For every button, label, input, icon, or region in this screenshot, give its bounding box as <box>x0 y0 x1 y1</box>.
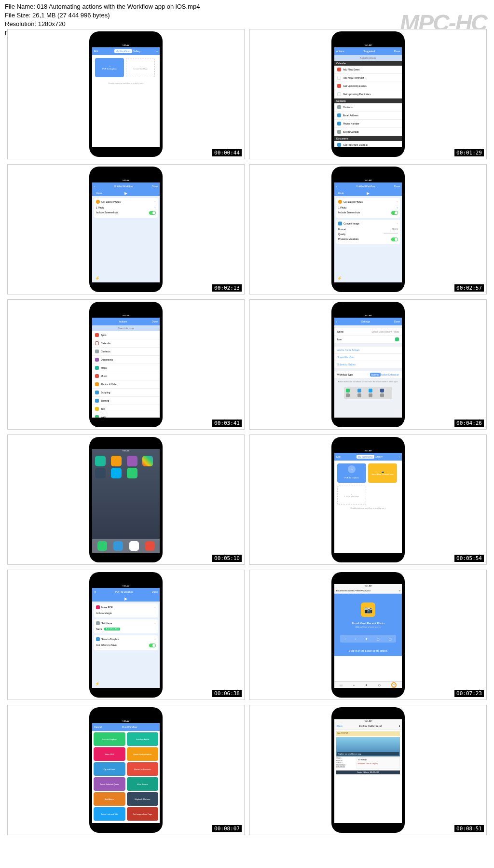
wand-icon[interactable]: ⚡ <box>95 276 100 280</box>
thumbnail-8[interactable]: 9:41 AM EditMy Workflows Gallery+ ✎PDF T… <box>249 434 487 565</box>
camera-icon: 📷 <box>361 602 375 617</box>
thumbnail-2[interactable]: 9:41 AM ActionsSuggestedDone Search Acti… <box>249 29 487 159</box>
action-card[interactable]: Get Latest Photos× 1 Photo+ Include Scre… <box>94 198 158 218</box>
thumbnail-5[interactable]: 9:41 AM ActionsDone Search Actions Apps … <box>7 299 245 430</box>
back-button[interactable]: Actions <box>336 50 344 53</box>
safari-toolbar[interactable]: 📖+⬆▢▢ <box>334 681 402 688</box>
create-workflow[interactable]: +Create Workflow <box>126 58 155 77</box>
done-button[interactable]: Done <box>394 50 400 53</box>
share-icon[interactable]: ⬆ <box>398 725 400 728</box>
status-bar: 9:41 AM <box>92 43 160 47</box>
hint-text: Double-tap on a workflow to quickly run … <box>92 80 160 86</box>
thumbnail-9[interactable]: 9:41 AM ⬆PDF To DropboxDone ▶ Make PDF× … <box>7 570 245 700</box>
thumbnail-4[interactable]: 9:41 AM ‹Untitled WorkflowDone Undo▶ Get… <box>249 164 487 294</box>
workflow-tile[interactable]: ✎PDF To Dropbox <box>95 58 124 77</box>
icon-picker[interactable] <box>395 337 399 341</box>
thumbnail-grid: 9:41 AM EditMy Workflows Gallery+ ✎PDF T… <box>7 29 487 835</box>
thumbnail-10[interactable]: 9:41 AM data:text/html;base64,PGh0bWw+Cj… <box>249 570 487 700</box>
thumbnail-1[interactable]: 9:41 AM EditMy Workflows Gallery+ ✎PDF T… <box>7 29 245 159</box>
thumbnail-6[interactable]: 9:41 AM ‹SettingsDone NameEmail Most Rec… <box>249 299 487 430</box>
search-input[interactable]: Search Actions <box>334 55 402 61</box>
thumbnail-12[interactable]: 9:41 AM ‹ BackExplore California.pdf⬆ CA… <box>249 705 487 835</box>
thumbnail-7[interactable]: 9:41 AM lynda00:05:10 <box>7 434 245 565</box>
toggle[interactable] <box>149 211 156 215</box>
url-bar[interactable]: data:text/html;base64,PGh0bWw+Cjxo2l ↻ <box>334 588 402 594</box>
timestamp: 00:00:44 <box>212 149 242 156</box>
action-item[interactable]: Add New Event <box>334 66 402 74</box>
edit-button[interactable]: Edit <box>94 50 98 53</box>
dock[interactable] <box>92 539 160 553</box>
play-button[interactable]: ▶ <box>124 191 127 196</box>
home-screen[interactable] <box>92 453 160 481</box>
cancel-button[interactable]: Cancel <box>94 726 102 728</box>
back-button[interactable]: ‹ Back <box>336 725 343 728</box>
nav-bar: EditMy Workflows Gallery+ <box>92 47 160 55</box>
thumbnail-3[interactable]: 9:41 AM ‹Untitled WorkflowDone Undo▶ Get… <box>7 164 245 294</box>
add-button[interactable]: + <box>156 50 158 53</box>
thumbnail-11[interactable]: 9:41 AM CancelRun Workflow Save to Dropb… <box>7 705 245 835</box>
